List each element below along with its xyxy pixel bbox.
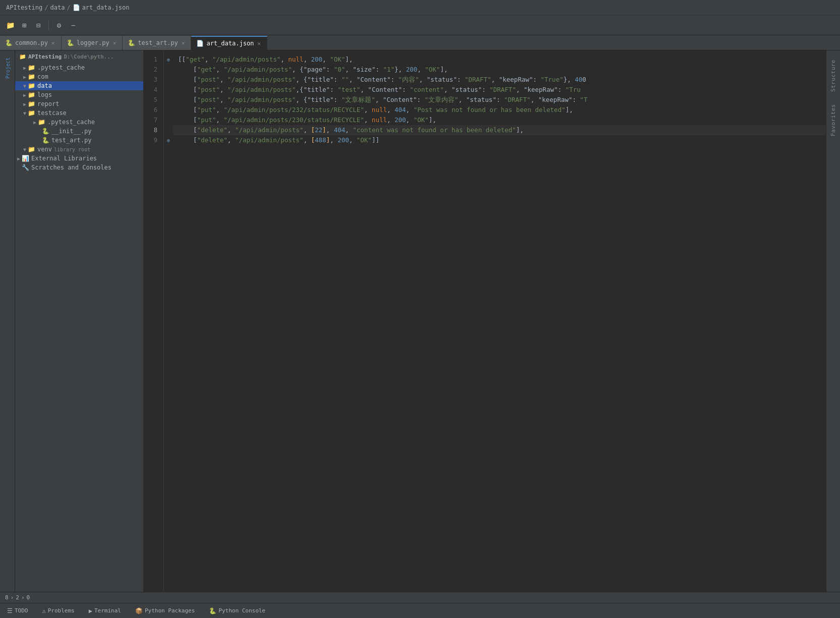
folder-icon-logs: 📁	[28, 91, 35, 98]
project-name: APItesting	[28, 53, 62, 60]
tree-item-pytest-cache[interactable]: ▶ 📁 .pytest_cache	[15, 63, 143, 72]
scratches-icon: 🔧	[22, 164, 29, 171]
line-numbers: 1 2 3 4 5 6 7 8 9	[144, 50, 164, 592]
structure-tab[interactable]: Structure	[828, 55, 838, 96]
tree-label-external-libs: External Libraries	[31, 155, 97, 162]
project-view-icon[interactable]: 📁	[4, 19, 16, 31]
editor-gutter: ⊕ ⊕	[164, 50, 173, 592]
tree-item-init-py[interactable]: ▶ 🐍 __init__.py	[15, 127, 143, 136]
tree-item-testcase-pytest-cache[interactable]: ▶ 📁 .pytest_cache	[15, 118, 143, 127]
arrow-data: ▼	[23, 83, 26, 89]
tab-logger-py-close[interactable]: ✕	[112, 39, 118, 47]
gutter-mark-3	[164, 75, 173, 85]
gutter-mark-9[interactable]: ⊕	[164, 135, 173, 145]
left-panel-buttons: Project	[0, 50, 15, 592]
tab-python-console[interactable]: 🐍 Python Console	[206, 606, 268, 615]
settings-icon[interactable]: ⚙	[53, 19, 65, 31]
tab-logger-py[interactable]: 🐍 logger.py ✕	[62, 36, 123, 50]
tree-item-logs[interactable]: ▶ 📁 logs	[15, 90, 143, 99]
favorites-tab[interactable]: Favorites	[828, 100, 838, 140]
tab-test-art-py-close[interactable]: ✕	[181, 39, 186, 47]
tree-label-venv: venv	[37, 146, 52, 153]
project-tree-header: 📁 APItesting D:\Code\pyth...	[15, 50, 143, 63]
tab-art-data-json-label: art_data.json	[206, 40, 254, 47]
breadcrumb-file-icon: 📄	[73, 4, 80, 11]
tab-python-packages[interactable]: 📦 Python Packages	[132, 606, 198, 615]
project-panel-button[interactable]: Project	[3, 53, 13, 83]
tree-item-data[interactable]: ▼ 📁 data	[15, 81, 143, 90]
breadcrumb-project[interactable]: APItesting	[6, 4, 42, 11]
tree-label-logs: logs	[37, 91, 52, 98]
tree-label-pytest-cache: .pytest_cache	[37, 64, 85, 71]
tree-item-report[interactable]: ▶ 📁 report	[15, 99, 143, 108]
tree-item-external-libs[interactable]: ▶ 📊 External Libraries	[15, 154, 143, 163]
folder-icon-pytest-cache: 📁	[28, 64, 35, 71]
breadcrumb-data[interactable]: data	[50, 4, 65, 11]
project-tree: 📁 APItesting D:\Code\pyth... ▶ 📁 .pytest…	[15, 50, 144, 592]
arrow-venv: ▼	[23, 147, 26, 152]
problems-label: Problems	[48, 607, 75, 614]
tree-item-com[interactable]: ▶ 📁 com	[15, 72, 143, 81]
tree-label-test-art-py: test_art.py	[51, 137, 91, 144]
tree-item-testcase[interactable]: ▼ 📁 testcase	[15, 108, 143, 118]
line-num-1: 1	[146, 54, 161, 65]
tab-bar: 🐍 common.py ✕ 🐍 logger.py ✕ 🐍 test_art.p…	[0, 35, 840, 50]
project-path: D:\Code\pyth...	[64, 53, 114, 60]
python-console-icon: 🐍	[209, 607, 216, 614]
tab-art-data-json[interactable]: 📄 art_data.json ✕	[191, 36, 267, 50]
tree-item-scratches[interactable]: ▶ 🔧 Scratches and Consoles	[15, 163, 143, 172]
arrow-external-libs: ▶	[17, 156, 20, 161]
collapse-all-icon[interactable]: ⊟	[32, 19, 44, 31]
library-root-badge: library root	[54, 147, 90, 152]
python-icon-test-art: 🐍	[42, 137, 49, 144]
breadcrumb-file[interactable]: art_data.json	[82, 4, 130, 11]
bottom-tab-bar: ☰ TODO ⚠ Problems ▶ Terminal 📦 Python Pa…	[0, 603, 840, 618]
folder-icon-data: 📁	[28, 82, 35, 89]
breadcrumb-sep1: /	[44, 4, 48, 11]
tab-art-data-json-icon: 📄	[196, 40, 204, 47]
tab-test-art-py-icon: 🐍	[128, 39, 135, 46]
main-area: Project 📁 APItesting D:\Code\pyth... ▶ 📁…	[0, 50, 840, 592]
gutter-mark-8	[164, 125, 173, 135]
line-num-2: 2	[146, 65, 161, 75]
folder-icon-testcase: 📁	[28, 109, 35, 117]
line-num-3: 3	[146, 75, 161, 85]
gutter-mark-1[interactable]: ⊕	[164, 54, 173, 65]
tree-label-com: com	[37, 73, 48, 80]
breadcrumb-bar: APItesting / data / 📄 art_data.json	[0, 0, 840, 15]
tree-label-testcase: testcase	[37, 109, 67, 117]
code-line-5: ["post", "/api/admin/posts", {"title": "…	[173, 95, 826, 105]
line-num-7: 7	[146, 115, 161, 125]
code-line-4: ["post", "/api/admin/posts",{"title": "t…	[173, 85, 826, 95]
problems-icon: ⚠	[42, 607, 46, 614]
tab-terminal[interactable]: ▶ Terminal	[86, 606, 124, 615]
tree-item-test-art-py[interactable]: ▶ 🐍 test_art.py	[15, 136, 143, 145]
arrow-pytest-cache: ▶	[23, 65, 26, 71]
python-console-label: Python Console	[218, 607, 265, 614]
folder-icon-testcase-pytest-cache: 📁	[38, 119, 45, 126]
status-offset-label: 0	[27, 594, 30, 601]
folder-icon-report: 📁	[28, 100, 35, 107]
project-folder-icon: 📁	[19, 53, 26, 60]
tree-label-scratches: Scratches and Consoles	[31, 164, 111, 171]
tab-todo[interactable]: ☰ TODO	[4, 606, 31, 615]
toolbar: 📁 ⊞ ⊟ ⚙ −	[0, 15, 840, 35]
arrow-com: ▶	[23, 74, 26, 80]
tab-common-py-close[interactable]: ✕	[50, 39, 56, 47]
tab-common-py-icon: 🐍	[5, 39, 13, 46]
expand-all-icon[interactable]: ⊞	[18, 19, 30, 31]
editor-area: 1 2 3 4 5 6 7 8 9 ⊕ ⊕ [["get", "/api/adm…	[144, 50, 826, 592]
gutter-mark-7	[164, 115, 173, 125]
code-line-7: ["put", "/api/admin/posts/230/status/REC…	[173, 115, 826, 125]
tab-test-art-py[interactable]: 🐍 test_art.py ✕	[123, 36, 191, 50]
folder-icon-com: 📁	[28, 73, 35, 80]
tree-item-venv[interactable]: ▼ 📁 venv library root	[15, 145, 143, 154]
python-icon-init: 🐍	[42, 128, 49, 135]
tree-label-report: report	[37, 100, 59, 107]
tab-common-py[interactable]: 🐍 common.py ✕	[0, 36, 62, 50]
code-editor[interactable]: [["get", "/api/admin/posts", null, 200, …	[173, 50, 826, 592]
tree-label-data: data	[37, 82, 52, 89]
close-panel-icon[interactable]: −	[67, 19, 79, 31]
tab-art-data-json-close[interactable]: ✕	[256, 40, 262, 47]
tab-problems[interactable]: ⚠ Problems	[39, 606, 78, 615]
